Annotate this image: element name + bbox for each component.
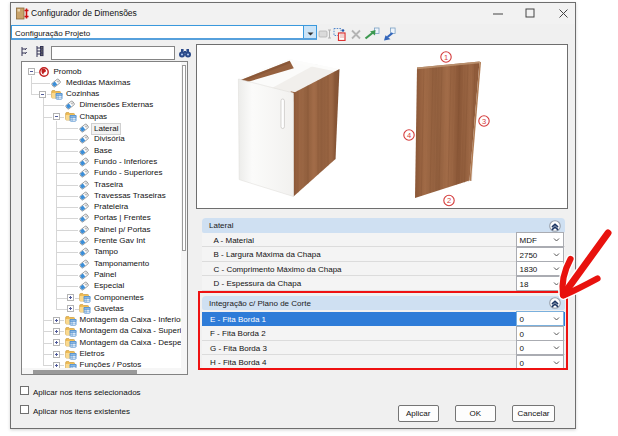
svg-text:4: 4 <box>407 131 411 140</box>
svg-text:2: 2 <box>447 196 451 205</box>
svg-text:3: 3 <box>482 117 486 126</box>
svg-text:1: 1 <box>444 53 448 62</box>
